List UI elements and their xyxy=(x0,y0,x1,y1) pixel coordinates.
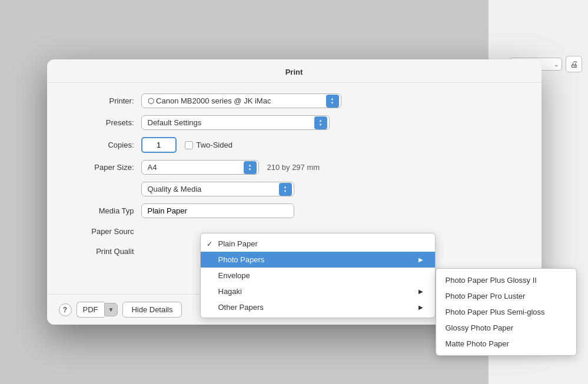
print-dialog: Print Printer: ⬡ Canon MB2000 series @ J… xyxy=(47,59,542,325)
paper-source-label: Paper Sourc xyxy=(71,227,141,236)
photo-papers-label: Photo Papers xyxy=(218,255,265,264)
dropdown-item-envelope[interactable]: Envelope xyxy=(201,268,435,283)
submenu-item-glossy[interactable]: Glossy Photo Paper xyxy=(436,320,576,336)
dropdown-item-plain-paper[interactable]: Plain Paper xyxy=(201,236,435,252)
dropdown-container: Plain Paper Photo Papers ▶ Photo Paper P… xyxy=(200,233,436,318)
dialog-title: Print xyxy=(47,59,542,83)
printer-select-wrapper: ⬡ Canon MB2000 series @ JK iMac xyxy=(141,94,341,108)
pdf-chevron-button[interactable]: ▼ xyxy=(104,303,118,316)
other-papers-arrow-icon: ▶ xyxy=(418,304,423,310)
paper-size-label: Paper Size: xyxy=(71,163,141,172)
paper-size-select[interactable]: A4 xyxy=(141,160,259,175)
section-select-wrapper: Quality & Media xyxy=(141,182,294,196)
media-type-row: Media Typ Plain Paper xyxy=(71,203,518,218)
copies-row: Copies: 1 Two-Sided xyxy=(71,137,518,153)
hagaki-label: Hagaki xyxy=(218,287,242,296)
two-sided-checkbox[interactable] xyxy=(185,141,193,149)
pdf-button[interactable]: PDF xyxy=(77,302,104,318)
submenu-item-matte[interactable]: Matte Photo Paper xyxy=(436,336,576,352)
print-icon-btn[interactable]: 🖨 xyxy=(566,56,582,72)
presets-row: Presets: Default Settings xyxy=(71,115,518,130)
paper-size-info: 210 by 297 mm xyxy=(267,163,320,172)
submenu-item-plus-glossy-ii[interactable]: Photo Paper Plus Glossy II xyxy=(436,272,576,288)
hagaki-arrow-icon: ▶ xyxy=(418,288,423,295)
plain-paper-label: Plain Paper xyxy=(218,239,258,248)
hide-details-button[interactable]: Hide Details xyxy=(122,302,181,318)
paper-size-select-wrapper: A4 xyxy=(141,160,259,175)
main-dropdown: Plain Paper Photo Papers ▶ Photo Paper P… xyxy=(200,233,436,318)
plus-glossy-ii-label: Photo Paper Plus Glossy II xyxy=(446,276,537,285)
printer-row: Printer: ⬡ Canon MB2000 series @ JK iMac xyxy=(71,94,518,108)
media-type-select-wrapper: Plain Paper xyxy=(141,203,294,218)
dialog-body: Printer: ⬡ Canon MB2000 series @ JK iMac… xyxy=(47,83,542,196)
two-sided-label: Two-Sided xyxy=(197,141,232,149)
matte-label: Matte Photo Paper xyxy=(446,339,509,348)
screen-background: ic 🖨 Print Printer: ⬡ Canon MB2000 serie… xyxy=(0,0,588,384)
presets-select-wrapper: Default Settings xyxy=(141,115,330,130)
section-row: Quality & Media xyxy=(71,182,518,196)
glossy-label: Glossy Photo Paper xyxy=(446,323,514,332)
dropdown-item-other-papers[interactable]: Other Papers ▶ xyxy=(201,299,435,315)
media-type-select[interactable]: Plain Paper xyxy=(141,203,294,218)
envelope-label: Envelope xyxy=(218,271,250,280)
print-quality-label: Print Qualit xyxy=(71,247,141,256)
two-sided-group: Two-Sided xyxy=(185,141,232,149)
paper-size-controls: A4 210 by 297 mm xyxy=(141,160,320,175)
copies-label: Copies: xyxy=(71,141,141,149)
submenu-item-pro-luster[interactable]: Photo Paper Pro Luster xyxy=(436,288,576,304)
pdf-group: PDF ▼ xyxy=(77,302,118,318)
dropdown-item-hagaki[interactable]: Hagaki ▶ xyxy=(201,283,435,299)
pro-luster-label: Photo Paper Pro Luster xyxy=(446,292,526,300)
printer-select[interactable]: ⬡ Canon MB2000 series @ JK iMac xyxy=(141,94,341,108)
semi-gloss-label: Photo Paper Plus Semi-gloss xyxy=(446,308,545,316)
photo-papers-submenu: Photo Paper Plus Glossy II Photo Paper P… xyxy=(436,268,577,356)
printer-label: Printer: xyxy=(71,96,141,105)
copies-input[interactable]: 1 xyxy=(141,137,177,153)
other-papers-label: Other Papers xyxy=(218,303,264,312)
dropdown-item-photo-papers[interactable]: Photo Papers ▶ Photo Paper Plus Glossy I… xyxy=(201,252,435,268)
help-button[interactable]: ? xyxy=(59,303,72,316)
presets-label: Presets: xyxy=(71,118,141,127)
photo-papers-arrow-icon: ▶ xyxy=(418,256,423,263)
media-type-label: Media Typ xyxy=(71,206,141,215)
paper-size-row: Paper Size: A4 210 by 297 mm xyxy=(71,160,518,175)
section-select[interactable]: Quality & Media xyxy=(141,182,294,196)
submenu-item-semi-gloss[interactable]: Photo Paper Plus Semi-gloss xyxy=(436,304,576,320)
presets-select[interactable]: Default Settings xyxy=(141,115,330,130)
